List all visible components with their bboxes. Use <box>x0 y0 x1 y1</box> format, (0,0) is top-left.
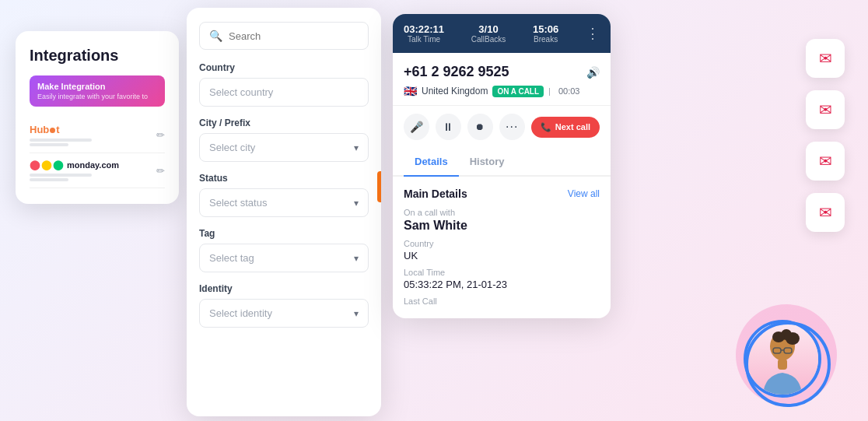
callbacks-value: 3/10 <box>478 23 498 35</box>
call-controls: 🎤 ⏸ ⏺ ··· 📞 Next call <box>393 106 611 148</box>
identity-placeholder: Select identity <box>209 307 272 319</box>
call-timer: 00:03 <box>558 86 580 96</box>
country-field-value: UK <box>404 250 600 261</box>
tab-details[interactable]: Details <box>404 148 459 177</box>
avatar <box>744 320 821 398</box>
search-icon: 🔍 <box>209 30 222 42</box>
email-item-4[interactable]: ✉ <box>806 193 845 232</box>
local-time-label: Local Time <box>404 268 600 277</box>
callbacks-label: CallBacks <box>471 35 506 44</box>
integrations-card: Integrations Make Integration Easily int… <box>16 31 179 204</box>
country-label: Country <box>199 62 369 73</box>
on-call-with-value: Sam White <box>404 219 600 233</box>
next-call-label: Next call <box>555 122 590 132</box>
country-placeholder: Select country <box>209 86 273 98</box>
integrations-title: Integrations <box>30 47 165 65</box>
monday-logo: ⬤⬤⬤ monday.com <box>30 160 119 170</box>
email-icon-4: ✉ <box>819 203 832 222</box>
call-menu-dots-icon[interactable]: ⋮ <box>586 25 600 42</box>
more-button[interactable]: ··· <box>499 114 525 140</box>
hubspot-dots <box>30 139 92 146</box>
status-label: Status <box>199 173 369 184</box>
volume-icon[interactable]: 🔊 <box>586 66 600 79</box>
phone-section: +61 2 9262 9525 🔊 🇬🇧 United Kingdom ON A… <box>393 53 611 106</box>
search-input[interactable] <box>229 30 359 42</box>
city-select[interactable]: Select city ▾ <box>199 133 369 162</box>
phone-number: +61 2 9262 9525 <box>404 64 509 80</box>
make-integration-subtitle: Easily integrate with your favorite to <box>37 93 157 100</box>
city-chevron-icon: ▾ <box>354 142 359 153</box>
last-call-label: Last Call <box>404 296 600 306</box>
details-tabs: Details History <box>393 148 611 177</box>
country-name: United Kingdom <box>422 86 488 96</box>
main-details-title: Main Details <box>404 188 467 200</box>
phone-icon: 📞 <box>541 122 551 132</box>
orange-tab <box>377 171 381 202</box>
identity-field-group: Identity Select identity ▾ <box>199 283 369 328</box>
avatar-person-svg <box>747 325 817 395</box>
record-button[interactable]: ⏺ <box>467 114 493 140</box>
scene: Integrations Make Integration Easily int… <box>0 0 868 421</box>
talk-time-stat: 03:22:11 Talk Time <box>404 23 444 44</box>
emails-panel: ✉ ✉ ✉ ✉ <box>794 23 856 232</box>
pause-button[interactable]: ⏸ <box>436 114 461 140</box>
local-time-value: 05:33:22 PM, 21-01-23 <box>404 279 600 290</box>
hubspot-integration-item[interactable]: Hubt ✏ <box>30 118 165 153</box>
status-chevron-icon: ▾ <box>354 198 359 209</box>
tag-placeholder: Select tag <box>209 252 254 264</box>
filter-panel: 🔍 Country Select country City / Prefix S… <box>187 8 381 416</box>
details-section-header: Main Details View all <box>404 188 600 200</box>
city-label: City / Prefix <box>199 118 369 128</box>
make-integration-button[interactable]: Make Integration Easily integrate with y… <box>30 75 165 107</box>
make-integration-title: Make Integration <box>37 82 157 91</box>
email-icon-3: ✉ <box>819 152 832 170</box>
email-item-1[interactable]: ✉ <box>806 39 845 78</box>
talk-time-label: Talk Time <box>408 35 440 44</box>
call-panel: 03:22:11 Talk Time 3/10 CallBacks 15:06 … <box>393 14 611 318</box>
tag-field-group: Tag Select tag ▾ <box>199 228 369 272</box>
monday-integration-item[interactable]: ⬤⬤⬤ monday.com ✏ <box>30 153 165 188</box>
callbacks-stat: 3/10 CallBacks <box>471 23 506 44</box>
status-select[interactable]: Select status ▾ <box>199 188 369 217</box>
tag-chevron-icon: ▾ <box>354 253 359 264</box>
hubspot-edit-icon[interactable]: ✏ <box>156 129 165 141</box>
view-all-link[interactable]: View all <box>568 188 600 199</box>
email-icon-2: ✉ <box>819 100 832 119</box>
monday-edit-icon[interactable]: ✏ <box>156 165 165 177</box>
mic-button[interactable]: 🎤 <box>404 114 429 140</box>
call-header: 03:22:11 Talk Time 3/10 CallBacks 15:06 … <box>393 14 611 53</box>
details-body: Main Details View all On a call with Sam… <box>393 177 611 318</box>
next-call-button[interactable]: 📞 Next call <box>531 117 600 138</box>
identity-select[interactable]: Select identity ▾ <box>199 299 369 328</box>
breaks-label: Breaks <box>534 35 558 44</box>
svg-rect-7 <box>778 359 787 370</box>
talk-time-value: 03:22:11 <box>404 23 444 35</box>
on-call-badge: ON A CALL <box>492 86 544 97</box>
breaks-value: 15:06 <box>533 23 558 35</box>
country-select[interactable]: Select country <box>199 78 369 107</box>
country-flag-icon: 🇬🇧 <box>404 85 417 97</box>
on-call-with-label: On a call with <box>404 208 600 217</box>
email-icon-1: ✉ <box>819 49 832 68</box>
search-box[interactable]: 🔍 <box>199 22 369 50</box>
identity-label: Identity <box>199 283 369 294</box>
monday-dots <box>30 174 119 181</box>
city-placeholder: Select city <box>209 142 255 153</box>
country-field-label: Country <box>404 239 600 248</box>
tag-select[interactable]: Select tag ▾ <box>199 244 369 272</box>
email-item-3[interactable]: ✉ <box>806 142 845 181</box>
country-field-group: Country Select country <box>199 62 369 107</box>
tab-history[interactable]: History <box>459 148 516 175</box>
hubspot-logo: Hubt <box>30 124 92 135</box>
email-item-2[interactable]: ✉ <box>806 90 845 129</box>
breaks-stat: 15:06 Breaks <box>533 23 558 44</box>
city-field-group: City / Prefix Select city ▾ <box>199 118 369 162</box>
identity-chevron-icon: ▾ <box>354 308 359 319</box>
svg-point-3 <box>772 332 785 342</box>
status-placeholder: Select status <box>209 197 267 209</box>
tag-label: Tag <box>199 228 369 239</box>
status-field-group: Status Select status ▾ <box>199 173 369 217</box>
